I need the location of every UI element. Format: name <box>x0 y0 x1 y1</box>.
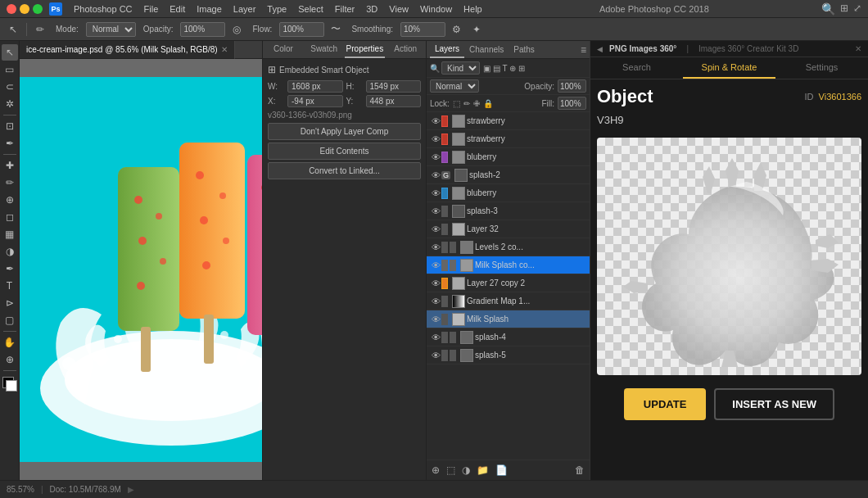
lock-all-icon[interactable]: 🔒 <box>483 99 493 108</box>
menu-help[interactable]: Help <box>459 2 487 16</box>
layer-item[interactable]: 👁 Levels 2 co... <box>427 238 590 256</box>
layer-visibility-toggle[interactable]: 👁 <box>430 115 441 127</box>
menu-file[interactable]: File <box>139 2 164 16</box>
layer-visibility-toggle[interactable]: 👁 <box>430 296 441 307</box>
menu-3d[interactable]: 3D <box>361 2 382 16</box>
mode-select[interactable]: Normal <box>86 22 136 37</box>
layer-item-selected[interactable]: 👁 Milk Splash <box>427 310 590 328</box>
menu-window[interactable]: Window <box>415 2 457 16</box>
minimize-button[interactable] <box>20 4 29 14</box>
tool-hand[interactable]: ✋ <box>2 334 18 351</box>
menu-select[interactable]: Select <box>293 2 328 16</box>
tab-color[interactable]: Color <box>263 41 304 58</box>
layer-item[interactable]: 👁 Layer 27 copy 2 <box>427 274 590 292</box>
tab-spin-rotate[interactable]: Spin & Rotate <box>683 57 775 79</box>
tool-eraser[interactable]: ◻ <box>2 209 18 225</box>
tool-lasso[interactable]: ⊂ <box>2 79 18 95</box>
tab-action[interactable]: Action <box>385 41 426 58</box>
layer-visibility-toggle[interactable]: 👁 <box>430 170 441 181</box>
menu-photoshop[interactable]: Photoshop CC <box>69 2 138 16</box>
layer-item[interactable]: 👁 strawberry <box>427 112 590 130</box>
smoothing-input[interactable] <box>400 22 445 37</box>
flow-input[interactable] <box>279 22 324 37</box>
canvas-viewport[interactable] <box>20 59 262 480</box>
menu-image[interactable]: Image <box>192 2 227 16</box>
layer-visibility-toggle[interactable]: 👁 <box>430 242 441 253</box>
layer-item[interactable]: 👁 bluberry <box>427 184 590 202</box>
tool-eyedropper[interactable]: ✒ <box>2 135 18 152</box>
layer-visibility-toggle[interactable]: 👁 <box>430 206 441 217</box>
tab-layers[interactable]: Layers <box>430 41 464 58</box>
delete-layer-btn[interactable]: 🗑 <box>573 463 586 478</box>
tool-select-rect[interactable]: ▭ <box>2 61 18 78</box>
layer-visibility-toggle[interactable]: 👁 <box>430 224 441 235</box>
opacity-input[interactable] <box>558 79 586 93</box>
layer-item[interactable]: 👁 strawberry <box>427 130 590 148</box>
layer-item[interactable]: 👁 splash-5 <box>427 346 590 364</box>
tab-search[interactable]: Search <box>590 57 683 79</box>
canvas-tab[interactable]: ice-cream-image.psd @ 85.6% (Milk Splash… <box>20 41 235 59</box>
add-layer-style-btn[interactable]: ⊕ <box>430 463 441 478</box>
edit-contents-btn[interactable]: Edit Contents <box>268 143 421 160</box>
tool-brush[interactable]: ✏ <box>32 21 48 38</box>
tool-shapes[interactable]: ▢ <box>2 312 18 328</box>
group-btn[interactable]: 📁 <box>475 463 491 478</box>
layer-visibility-toggle[interactable]: 👁 <box>430 188 441 199</box>
lock-position-icon[interactable]: ✙ <box>473 99 480 108</box>
layer-visibility-toggle[interactable]: 👁 <box>430 350 441 361</box>
menu-filter[interactable]: Filter <box>330 2 359 16</box>
new-layer-btn[interactable]: 📄 <box>494 463 509 478</box>
png-panel-title-2[interactable]: Images 360° Creator Kit 3D <box>698 44 798 53</box>
adjustment-btn[interactable]: ◑ <box>460 463 472 478</box>
close-button[interactable] <box>7 4 16 14</box>
tool-move[interactable]: ↖ <box>2 44 18 61</box>
menu-type[interactable]: Type <box>262 2 292 16</box>
convert-linked-btn[interactable]: Convert to Linked... <box>268 162 421 179</box>
expand-icon[interactable]: ⤢ <box>853 2 861 16</box>
layer-item[interactable]: 👁 Layer 32 <box>427 220 590 238</box>
layers-menu-btn[interactable]: ≡ <box>581 44 586 56</box>
layer-item[interactable]: 👁 splash-3 <box>427 202 590 220</box>
tab-properties[interactable]: Properties <box>345 41 386 58</box>
settings-icon[interactable]: ⚙ <box>449 21 465 38</box>
update-button[interactable]: UPDATE <box>624 388 706 420</box>
flow-icon[interactable]: 〜 <box>328 21 344 38</box>
background-color[interactable] <box>6 380 17 392</box>
apply-layer-btn[interactable]: Don't Apply Layer Comp <box>268 123 421 140</box>
extra-icon[interactable]: ✦ <box>468 21 485 38</box>
layer-item[interactable]: 👁 G splash-2 <box>427 166 590 184</box>
layer-visibility-toggle[interactable]: 👁 <box>430 278 441 289</box>
tool-path-select[interactable]: ⊳ <box>2 295 18 311</box>
layer-visibility-toggle[interactable]: 👁 <box>430 314 441 325</box>
tab-settings[interactable]: Settings <box>775 57 868 79</box>
png-panel-title-1[interactable]: PNG Images 360° <box>609 44 676 53</box>
maximize-button[interactable] <box>33 4 43 14</box>
filter-kind-select[interactable]: Kind <box>441 61 480 75</box>
layer-visibility-toggle[interactable]: 👁 <box>430 134 441 145</box>
blend-mode-select[interactable]: Normal <box>430 79 479 93</box>
close-tab-icon[interactable]: ✕ <box>221 45 228 54</box>
layer-visibility-toggle[interactable]: 👁 <box>430 260 441 271</box>
layer-item[interactable]: 👁 bluberry <box>427 148 590 166</box>
lock-transparent-icon[interactable]: ⬚ <box>453 99 460 108</box>
menu-view[interactable]: View <box>384 2 414 16</box>
tool-zoom[interactable]: ⊕ <box>2 351 18 368</box>
tool-stamp[interactable]: ⊕ <box>2 192 18 208</box>
lock-image-icon[interactable]: ✏ <box>463 99 470 108</box>
tool-arrow[interactable]: ↖ <box>5 21 21 38</box>
insert-as-new-button[interactable]: INSERT AS NEW <box>714 388 834 420</box>
tool-brush-tool[interactable]: ✏ <box>2 174 18 191</box>
collapse-icon[interactable]: ◀ <box>597 45 603 53</box>
add-mask-btn[interactable]: ⬚ <box>445 463 457 478</box>
layer-item-active[interactable]: 👁 Milk Splash co... <box>427 256 590 274</box>
tool-heal[interactable]: ✚ <box>2 157 18 174</box>
tool-gradient[interactable]: ▦ <box>2 226 18 242</box>
color-swatch[interactable] <box>2 377 17 392</box>
tab-paths[interactable]: Paths <box>509 42 540 57</box>
layer-item[interactable]: 👁 splash-4 <box>427 328 590 346</box>
tab-channels[interactable]: Channels <box>464 42 509 57</box>
layer-visibility-toggle[interactable]: 👁 <box>430 332 441 343</box>
tab-swatch[interactable]: Swatch <box>304 41 345 58</box>
close-panel-icon[interactable]: ✕ <box>855 44 861 53</box>
fill-input[interactable] <box>558 97 586 110</box>
